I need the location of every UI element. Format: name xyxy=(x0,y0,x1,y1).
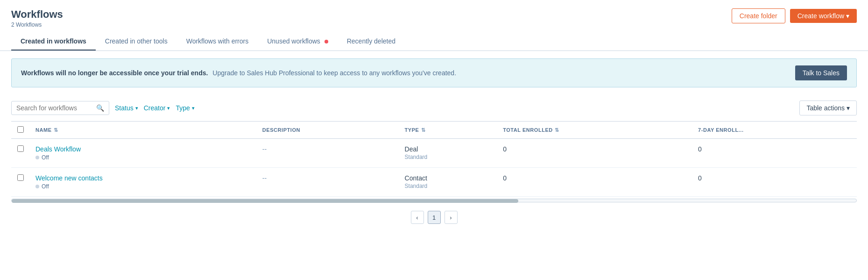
page-subtitle: 2 Workflows xyxy=(11,22,63,28)
filters-bar: 🔍 Status ▾ Creator ▾ Type ▾ Table action… xyxy=(0,95,868,121)
sort-icon: ⇅ xyxy=(54,127,58,133)
row-checkbox-cell xyxy=(11,139,30,168)
row-name-cell: Welcome new contacts Off xyxy=(30,168,257,197)
workflow-status: Off xyxy=(35,183,251,190)
tab-workflows-with-errors[interactable]: Workflows with errors xyxy=(177,33,258,50)
pagination: ‹ 1 › xyxy=(0,204,868,230)
talk-to-sales-button[interactable]: Talk to Sales xyxy=(795,65,847,80)
workflow-status: Off xyxy=(35,154,251,161)
chevron-down-icon: ▾ xyxy=(167,105,170,111)
table-header-row: NAME ⇅ DESCRIPTION TYPE ⇅ TOTAL ENROLLED xyxy=(11,122,857,139)
prev-page-button[interactable]: ‹ xyxy=(411,211,424,224)
banner-description: Upgrade to Sales Hub Professional to kee… xyxy=(212,69,456,77)
workflows-table: NAME ⇅ DESCRIPTION TYPE ⇅ TOTAL ENROLLED xyxy=(11,121,857,197)
status-dot xyxy=(35,185,39,188)
search-icon: 🔍 xyxy=(96,104,104,112)
status-filter-button[interactable]: Status ▾ xyxy=(115,104,138,112)
scrollbar-thumb[interactable] xyxy=(12,199,518,203)
row-7day-enrolled-cell: 0 xyxy=(692,168,857,197)
chevron-down-icon: ▾ xyxy=(135,105,138,111)
creator-filter-button[interactable]: Creator ▾ xyxy=(144,104,170,112)
header-title-block: Workflows 2 Workflows xyxy=(11,8,63,28)
tab-created-in-other-tools[interactable]: Created in other tools xyxy=(96,33,177,50)
table-row: Deals Workflow Off -- Deal Standard 0 0 xyxy=(11,139,857,168)
row-type-cell: Contact Standard xyxy=(399,168,498,197)
chevron-down-icon: ▾ xyxy=(192,105,195,111)
search-input[interactable] xyxy=(16,104,93,112)
create-workflow-button[interactable]: Create workflow ▾ xyxy=(790,9,857,23)
row-type-cell: Deal Standard xyxy=(399,139,498,168)
banner-bold: Workflows will no longer be accessible o… xyxy=(21,69,208,77)
type-sub: Standard xyxy=(405,183,492,189)
row-total-enrolled-cell: 0 xyxy=(497,168,692,197)
page-header: Workflows 2 Workflows Create folder Crea… xyxy=(0,0,868,33)
workflow-name-link[interactable]: Welcome new contacts xyxy=(35,174,251,182)
scrollbar-track xyxy=(11,199,857,202)
status-label: Off xyxy=(42,183,49,190)
unused-workflows-dot xyxy=(325,40,328,43)
col-description: DESCRIPTION xyxy=(257,122,399,139)
status-label: Off xyxy=(42,154,49,161)
type-main: Contact xyxy=(405,174,492,182)
row-description-cell: -- xyxy=(257,168,399,197)
table-actions-button[interactable]: Table actions ▾ xyxy=(799,101,857,115)
tab-created-in-workflows[interactable]: Created in workflows xyxy=(11,33,96,50)
row-checkbox[interactable] xyxy=(17,174,24,181)
page-1-button[interactable]: 1 xyxy=(428,211,441,224)
create-folder-button[interactable]: Create folder xyxy=(732,8,785,23)
row-description-cell: -- xyxy=(257,139,399,168)
row-total-enrolled-cell: 0 xyxy=(497,139,692,168)
tab-recently-deleted[interactable]: Recently deleted xyxy=(338,33,405,50)
select-all-checkbox[interactable] xyxy=(17,126,24,133)
tab-unused-workflows[interactable]: Unused workflows xyxy=(258,33,338,50)
col-7day-enrolled: 7-DAY ENROLL... xyxy=(692,122,857,139)
col-type: TYPE ⇅ xyxy=(399,122,498,139)
page-title: Workflows xyxy=(11,8,63,21)
row-checkbox[interactable] xyxy=(17,145,24,152)
trial-banner: Workflows will no longer be accessible o… xyxy=(11,58,857,87)
tabs-bar: Created in workflows Created in other to… xyxy=(0,33,868,51)
type-filter-button[interactable]: Type ▾ xyxy=(176,104,194,112)
next-page-button[interactable]: › xyxy=(445,211,458,224)
workflow-name-link[interactable]: Deals Workflow xyxy=(35,145,251,153)
horizontal-scrollbar[interactable] xyxy=(0,197,868,204)
workflows-table-wrapper: NAME ⇅ DESCRIPTION TYPE ⇅ TOTAL ENROLLED xyxy=(0,121,868,197)
sort-icon: ⇅ xyxy=(421,127,426,133)
col-name: NAME ⇅ xyxy=(30,122,257,139)
table-row: Welcome new contacts Off -- Contact Stan… xyxy=(11,168,857,197)
search-box[interactable]: 🔍 xyxy=(11,101,109,115)
banner-text: Workflows will no longer be accessible o… xyxy=(21,69,456,77)
type-main: Deal xyxy=(405,145,492,153)
row-checkbox-cell xyxy=(11,168,30,197)
row-name-cell: Deals Workflow Off xyxy=(30,139,257,168)
header-actions: Create folder Create workflow ▾ xyxy=(732,8,857,23)
select-all-cell xyxy=(11,122,30,139)
col-total-enrolled: TOTAL ENROLLED ⇅ xyxy=(497,122,692,139)
row-7day-enrolled-cell: 0 xyxy=(692,139,857,168)
status-dot xyxy=(35,156,39,159)
type-sub: Standard xyxy=(405,154,492,160)
sort-icon: ⇅ xyxy=(555,127,559,133)
